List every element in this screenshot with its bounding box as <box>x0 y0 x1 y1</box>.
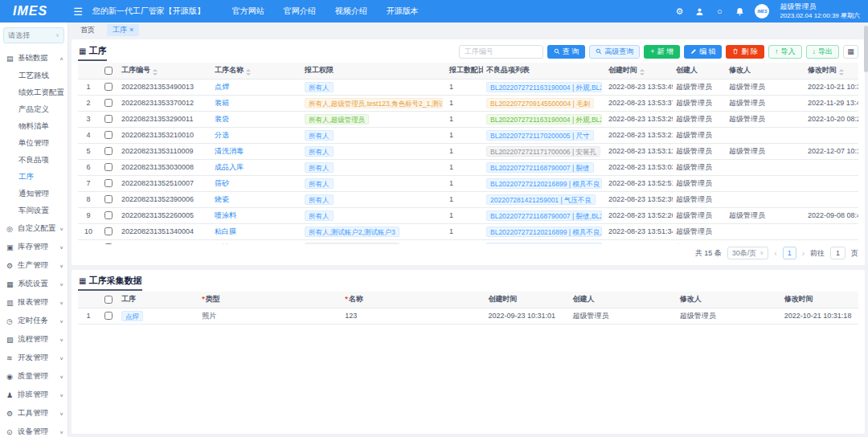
edit-button[interactable]: 编 辑 <box>684 45 723 59</box>
sidebar-group-quality[interactable]: ◉ 质量管理 ∨ <box>0 367 68 386</box>
sidebar-group-tooling[interactable]: ⚙ 工具管理 ∨ <box>0 404 68 423</box>
prev-page-button[interactable]: ‹ <box>774 249 776 258</box>
export-button[interactable]: ↓导出 <box>806 45 840 59</box>
row-checkbox[interactable] <box>104 115 113 123</box>
topbar-nav-link[interactable]: 视频介绍 <box>335 6 367 17</box>
defect-list-tag[interactable]: BL2022072709145500004 | 毛刺 <box>486 98 594 108</box>
tab-home[interactable]: 首页 <box>75 24 103 36</box>
scrollbar-thumb[interactable] <box>864 26 868 72</box>
process-name-link[interactable]: 成品入库 <box>215 163 244 171</box>
sidebar-item-process[interactable]: 工序 <box>0 169 68 186</box>
sidebar-group-shift[interactable]: ♟ 排班管理 ∨ <box>0 386 68 404</box>
defect-list-tag[interactable]: BL2022072721170200005 | 尺寸 <box>486 130 594 141</box>
table-row[interactable]: 5 202208231353110009 清洗消毒 所有人 1 BL202207… <box>78 143 858 159</box>
sidebar-group-inventory[interactable]: ▣ 库存管理 ∨ <box>0 238 68 256</box>
process-tag[interactable]: 点焊 <box>121 311 143 321</box>
row-checkbox[interactable] <box>104 312 113 320</box>
sidebar-group-cron-task[interactable]: ◷ 定时任务 ∨ <box>0 312 68 330</box>
table-row[interactable]: 9 202208231352260005 喷涂料 所有人 1 BL2022072… <box>78 207 858 223</box>
sidebar-item-bom[interactable]: 物料清单 <box>0 118 68 135</box>
sidebar-group-report[interactable]: ▥ 报表管理 ∨ <box>0 293 68 312</box>
sidebar-item-product-define[interactable]: 产品定义 <box>0 101 68 118</box>
query-button[interactable]: 查 询 <box>547 45 586 59</box>
sidebar-item-defect-items[interactable]: 不良品项 <box>0 152 68 169</box>
defect-list-tag[interactable]: BL2022072721171700006 | 安装孔 <box>486 146 600 157</box>
sidebar-item-notify-mgmt[interactable]: 通知管理 <box>0 186 68 202</box>
topbar-nav-link[interactable]: 开源版本 <box>387 6 419 17</box>
delete-button[interactable]: 删 除 <box>726 45 764 59</box>
header-process-name[interactable]: 工序名称 <box>211 63 301 79</box>
row-checkbox[interactable] <box>104 227 113 235</box>
row-checkbox[interactable] <box>104 83 113 91</box>
table-row[interactable]: 3 202208231353290011 装袋 所有人,超级管理员 1 BL20… <box>78 111 858 127</box>
process-name-link[interactable]: 装袋 <box>215 115 229 123</box>
row-checkbox[interactable] <box>104 131 113 139</box>
row-checkbox[interactable] <box>104 163 113 171</box>
topbar-nav-link[interactable]: 官网介绍 <box>284 6 316 17</box>
table-row[interactable]: 7 202208231352510007 筛砂 所有人 1 BL20220727… <box>78 175 858 191</box>
row-checkbox[interactable] <box>104 99 113 107</box>
sidebar-item-workshop-setup[interactable]: 车间设置 <box>0 202 68 219</box>
sidebar-group-workflow[interactable]: ▧ 流程管理 ∨ <box>0 330 68 349</box>
column-settings-button[interactable]: ▦ <box>843 45 858 59</box>
sidebar-item-unit-mgmt[interactable]: 单位管理 <box>0 135 68 152</box>
sidebar-item-performance-pay[interactable]: 绩效工资配置 <box>0 84 68 101</box>
row-checkbox[interactable] <box>104 147 113 155</box>
row-checkbox[interactable] <box>104 179 113 187</box>
defect-list-tag[interactable]: BL2022072721163190004 | 外观,BL20220727152… <box>486 82 602 92</box>
table-row[interactable]: 10 202208231351340004 粘白膜 所有人,测试账户2,测试账户… <box>78 223 858 239</box>
add-button[interactable]: +新 增 <box>644 45 680 59</box>
menu-toggle-icon[interactable]: ☰ <box>73 6 83 18</box>
sidebar-item-process-route[interactable]: 工艺路线 <box>0 67 68 84</box>
process-name-link[interactable]: 分选 <box>215 131 229 139</box>
process-name-link[interactable]: 点焊 <box>215 83 229 91</box>
select-all-checkbox[interactable] <box>104 296 113 304</box>
close-icon[interactable]: × <box>129 27 133 34</box>
user-info[interactable]: 超级管理员 2023.02.04 12:00:39 星期六 <box>780 2 860 19</box>
process-name-link[interactable]: 喷涂料 <box>215 211 236 219</box>
search-input[interactable] <box>459 45 543 59</box>
sidebar-select[interactable]: 请选择 ∨ <box>3 27 64 43</box>
user-icon[interactable] <box>694 6 704 16</box>
process-name-link[interactable]: 清洗消毒 <box>215 147 244 155</box>
table-row[interactable]: 1 202208231353490013 点焊 所有人 1 BL20220727… <box>78 79 858 95</box>
table-row[interactable]: 8 202208231352390006 烧瓷 所有人 1 2022072814… <box>78 191 858 207</box>
table-row[interactable]: 4 202208231353210010 分选 所有人 1 BL20220727… <box>78 127 858 143</box>
sidebar-group-basic-data[interactable]: ▤ 基础数据 ∧ <box>0 49 68 67</box>
defect-list-tag[interactable]: BL2022072721163190004 | 外观,BL20220727152… <box>486 114 602 125</box>
defect-list-tag[interactable]: BL2022072721168790007 | 裂缝,BL20220727211… <box>486 210 602 221</box>
header-process-code[interactable]: 工序编号 <box>118 63 211 79</box>
import-button[interactable]: ↑导入 <box>768 45 802 59</box>
sidebar-group-system[interactable]: ▦ 系统设置 ∨ <box>0 275 68 293</box>
tab-process[interactable]: 工序 × <box>107 24 139 36</box>
process-name-link[interactable]: 打蜡 <box>215 243 229 245</box>
table-row[interactable]: 1 点焊 照片 123 2022-09-23 10:31:01 超级管理员 超级… <box>78 308 858 324</box>
defect-list-tag[interactable]: 202207281421259001 | 气压不良 <box>486 194 596 205</box>
sidebar-group-develop[interactable]: ≋ 开发管理 ∨ <box>0 349 68 367</box>
notification-icon[interactable] <box>735 6 744 16</box>
page-size-select[interactable]: 30条/页 ∨ <box>727 247 769 259</box>
avatar[interactable]: IMES <box>755 4 769 18</box>
page-scrollbar[interactable] <box>864 24 868 437</box>
row-checkbox[interactable] <box>104 211 113 219</box>
sidebar-group-production[interactable]: ⚙ 生产管理 ∨ <box>0 256 68 275</box>
defect-list-tag[interactable]: BL202207272120216899 | 模具不良,202207281421… <box>486 227 602 237</box>
next-page-button[interactable]: › <box>802 249 805 258</box>
process-name-link[interactable]: 粘白膜 <box>215 227 236 235</box>
advanced-query-button[interactable]: 高级查询 <box>589 45 640 59</box>
defect-list-tag[interactable]: BL2022072721104690 | 喷漆坏,BL2022072721182… <box>486 243 602 245</box>
page-number[interactable]: 1 <box>783 247 796 259</box>
goto-page-input[interactable] <box>830 247 845 259</box>
row-checkbox[interactable] <box>104 243 113 244</box>
row-checkbox[interactable] <box>104 195 113 203</box>
process-name-link[interactable]: 装箱 <box>215 99 229 107</box>
select-all-checkbox[interactable] <box>104 67 113 75</box>
header-modified-time[interactable]: 修改时间 <box>805 63 858 79</box>
sidebar-group-equipment[interactable]: ⊙ 设备管理 ∨ <box>0 423 68 437</box>
fullscreen-icon[interactable]: ○ <box>714 6 724 16</box>
process-name-link[interactable]: 筛砂 <box>215 179 229 187</box>
header-created-time[interactable]: 创建时间 <box>605 63 673 79</box>
topbar-nav-link[interactable]: 官方网站 <box>232 6 264 17</box>
sidebar-group-custom-config[interactable]: ◎ 自定义配置 ∨ <box>0 219 68 238</box>
table-row[interactable]: 2 202208231353370012 装箱 所有人,超级管理员,test12… <box>78 95 858 111</box>
